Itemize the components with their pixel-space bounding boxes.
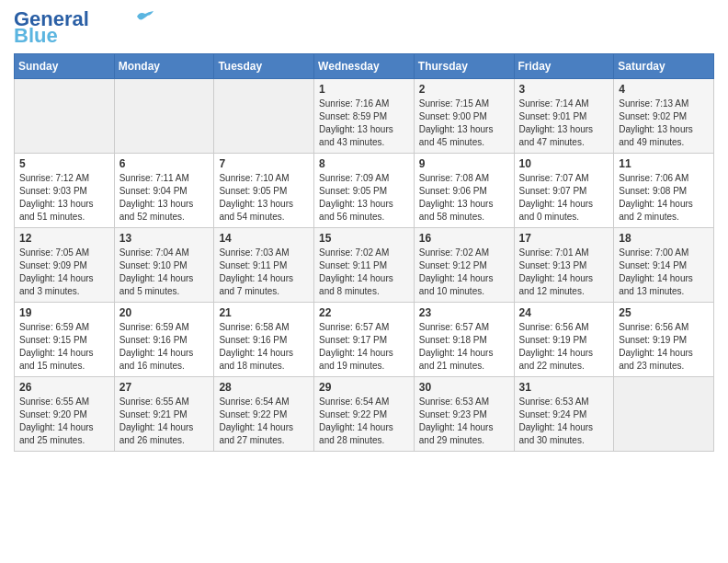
day-info: Sunrise: 7:02 AM Sunset: 9:12 PM Dayligh… xyxy=(419,247,510,298)
day-number: 9 xyxy=(419,157,510,170)
day-number: 25 xyxy=(619,306,710,319)
calendar-cell: 19Sunrise: 6:59 AM Sunset: 9:15 PM Dayli… xyxy=(15,303,115,377)
calendar-cell: 28Sunrise: 6:54 AM Sunset: 9:22 PM Dayli… xyxy=(214,377,314,452)
calendar-cell: 27Sunrise: 6:55 AM Sunset: 9:21 PM Dayli… xyxy=(114,377,214,452)
day-info: Sunrise: 6:53 AM Sunset: 9:24 PM Dayligh… xyxy=(519,396,610,447)
calendar-week-row: 5Sunrise: 7:12 AM Sunset: 9:03 PM Daylig… xyxy=(15,154,714,228)
header-day-friday: Friday xyxy=(514,54,614,79)
day-info: Sunrise: 6:57 AM Sunset: 9:18 PM Dayligh… xyxy=(419,321,510,373)
day-info: Sunrise: 7:01 AM Sunset: 9:13 PM Dayligh… xyxy=(519,247,610,298)
day-info: Sunrise: 6:59 AM Sunset: 9:16 PM Dayligh… xyxy=(119,321,210,373)
day-info: Sunrise: 7:05 AM Sunset: 9:09 PM Dayligh… xyxy=(19,247,110,298)
day-number: 2 xyxy=(419,83,510,96)
header-day-monday: Monday xyxy=(114,54,214,79)
day-number: 24 xyxy=(519,306,610,319)
day-number: 7 xyxy=(219,157,310,170)
calendar-cell: 22Sunrise: 6:57 AM Sunset: 9:17 PM Dayli… xyxy=(314,303,415,377)
day-number: 13 xyxy=(119,232,210,245)
header-day-wednesday: Wednesday xyxy=(314,54,415,79)
calendar-cell: 14Sunrise: 7:03 AM Sunset: 9:11 PM Dayli… xyxy=(214,228,314,303)
day-info: Sunrise: 6:56 AM Sunset: 9:19 PM Dayligh… xyxy=(519,321,610,373)
calendar-cell: 6Sunrise: 7:11 AM Sunset: 9:04 PM Daylig… xyxy=(114,154,214,228)
calendar-cell: 9Sunrise: 7:08 AM Sunset: 9:06 PM Daylig… xyxy=(414,154,514,228)
day-number: 11 xyxy=(619,157,710,170)
calendar-cell: 12Sunrise: 7:05 AM Sunset: 9:09 PM Dayli… xyxy=(15,228,115,303)
day-info: Sunrise: 6:58 AM Sunset: 9:16 PM Dayligh… xyxy=(219,321,310,373)
calendar-cell: 11Sunrise: 7:06 AM Sunset: 9:08 PM Dayli… xyxy=(614,154,714,228)
day-info: Sunrise: 6:57 AM Sunset: 9:17 PM Dayligh… xyxy=(319,321,410,373)
logo-bird-icon xyxy=(137,10,154,23)
calendar-cell: 26Sunrise: 6:55 AM Sunset: 9:20 PM Dayli… xyxy=(15,377,115,452)
calendar-cell: 20Sunrise: 6:59 AM Sunset: 9:16 PM Dayli… xyxy=(114,303,214,377)
calendar-cell xyxy=(614,377,714,452)
header: General Blue xyxy=(14,9,714,46)
day-number: 15 xyxy=(319,232,410,245)
day-info: Sunrise: 7:15 AM Sunset: 9:00 PM Dayligh… xyxy=(419,98,510,149)
day-info: Sunrise: 6:59 AM Sunset: 9:15 PM Dayligh… xyxy=(19,321,110,373)
calendar-cell: 18Sunrise: 7:00 AM Sunset: 9:14 PM Dayli… xyxy=(614,228,714,303)
day-number: 20 xyxy=(119,306,210,319)
day-number: 12 xyxy=(19,232,110,245)
day-info: Sunrise: 7:00 AM Sunset: 9:14 PM Dayligh… xyxy=(619,247,710,298)
header-day-tuesday: Tuesday xyxy=(214,54,314,79)
day-info: Sunrise: 7:12 AM Sunset: 9:03 PM Dayligh… xyxy=(19,172,110,224)
calendar-cell: 13Sunrise: 7:04 AM Sunset: 9:10 PM Dayli… xyxy=(114,228,214,303)
day-info: Sunrise: 7:14 AM Sunset: 9:01 PM Dayligh… xyxy=(519,98,610,149)
day-number: 5 xyxy=(19,157,110,170)
day-number: 10 xyxy=(519,157,610,170)
calendar-cell: 3Sunrise: 7:14 AM Sunset: 9:01 PM Daylig… xyxy=(514,79,614,154)
day-info: Sunrise: 6:55 AM Sunset: 9:21 PM Dayligh… xyxy=(119,396,210,447)
logo: General Blue xyxy=(14,9,154,46)
header-day-saturday: Saturday xyxy=(614,54,714,79)
calendar-cell xyxy=(15,79,115,154)
calendar-cell: 16Sunrise: 7:02 AM Sunset: 9:12 PM Dayli… xyxy=(414,228,514,303)
day-number: 29 xyxy=(319,381,410,394)
day-number: 30 xyxy=(419,381,510,394)
day-number: 6 xyxy=(119,157,210,170)
calendar-cell: 29Sunrise: 6:54 AM Sunset: 9:22 PM Dayli… xyxy=(314,377,415,452)
calendar-cell: 23Sunrise: 6:57 AM Sunset: 9:18 PM Dayli… xyxy=(414,303,514,377)
header-day-thursday: Thursday xyxy=(414,54,514,79)
day-number: 4 xyxy=(619,83,710,96)
calendar-cell: 5Sunrise: 7:12 AM Sunset: 9:03 PM Daylig… xyxy=(15,154,115,228)
calendar-table: SundayMondayTuesdayWednesdayThursdayFrid… xyxy=(14,53,714,452)
day-info: Sunrise: 6:55 AM Sunset: 9:20 PM Dayligh… xyxy=(19,396,110,447)
header-day-sunday: Sunday xyxy=(15,54,115,79)
day-number: 22 xyxy=(319,306,410,319)
day-number: 1 xyxy=(319,83,410,96)
day-number: 31 xyxy=(519,381,610,394)
calendar-cell xyxy=(214,79,314,154)
calendar-cell xyxy=(114,79,214,154)
day-info: Sunrise: 7:07 AM Sunset: 9:07 PM Dayligh… xyxy=(519,172,610,224)
day-info: Sunrise: 7:13 AM Sunset: 9:02 PM Dayligh… xyxy=(619,98,710,149)
day-info: Sunrise: 6:54 AM Sunset: 9:22 PM Dayligh… xyxy=(319,396,410,447)
day-info: Sunrise: 7:04 AM Sunset: 9:10 PM Dayligh… xyxy=(119,247,210,298)
day-number: 17 xyxy=(519,232,610,245)
calendar-cell: 1Sunrise: 7:16 AM Sunset: 8:59 PM Daylig… xyxy=(314,79,415,154)
day-info: Sunrise: 7:08 AM Sunset: 9:06 PM Dayligh… xyxy=(419,172,510,224)
day-number: 18 xyxy=(619,232,710,245)
day-info: Sunrise: 6:56 AM Sunset: 9:19 PM Dayligh… xyxy=(619,321,710,373)
day-number: 16 xyxy=(419,232,510,245)
day-info: Sunrise: 7:02 AM Sunset: 9:11 PM Dayligh… xyxy=(319,247,410,298)
day-number: 14 xyxy=(219,232,310,245)
calendar-cell: 25Sunrise: 6:56 AM Sunset: 9:19 PM Dayli… xyxy=(614,303,714,377)
calendar-cell: 2Sunrise: 7:15 AM Sunset: 9:00 PM Daylig… xyxy=(414,79,514,154)
calendar-week-row: 26Sunrise: 6:55 AM Sunset: 9:20 PM Dayli… xyxy=(15,377,714,452)
day-number: 3 xyxy=(519,83,610,96)
day-number: 27 xyxy=(119,381,210,394)
day-number: 21 xyxy=(219,306,310,319)
calendar-cell: 15Sunrise: 7:02 AM Sunset: 9:11 PM Dayli… xyxy=(314,228,415,303)
day-info: Sunrise: 7:16 AM Sunset: 8:59 PM Dayligh… xyxy=(319,98,410,149)
calendar-week-row: 12Sunrise: 7:05 AM Sunset: 9:09 PM Dayli… xyxy=(15,228,714,303)
day-number: 8 xyxy=(319,157,410,170)
calendar-cell: 7Sunrise: 7:10 AM Sunset: 9:05 PM Daylig… xyxy=(214,154,314,228)
day-number: 19 xyxy=(19,306,110,319)
calendar-cell: 8Sunrise: 7:09 AM Sunset: 9:05 PM Daylig… xyxy=(314,154,415,228)
calendar-cell: 31Sunrise: 6:53 AM Sunset: 9:24 PM Dayli… xyxy=(514,377,614,452)
day-info: Sunrise: 6:53 AM Sunset: 9:23 PM Dayligh… xyxy=(419,396,510,447)
calendar-header-row: SundayMondayTuesdayWednesdayThursdayFrid… xyxy=(15,54,714,79)
day-info: Sunrise: 7:03 AM Sunset: 9:11 PM Dayligh… xyxy=(219,247,310,298)
calendar-week-row: 1Sunrise: 7:16 AM Sunset: 8:59 PM Daylig… xyxy=(15,79,714,154)
day-number: 23 xyxy=(419,306,510,319)
